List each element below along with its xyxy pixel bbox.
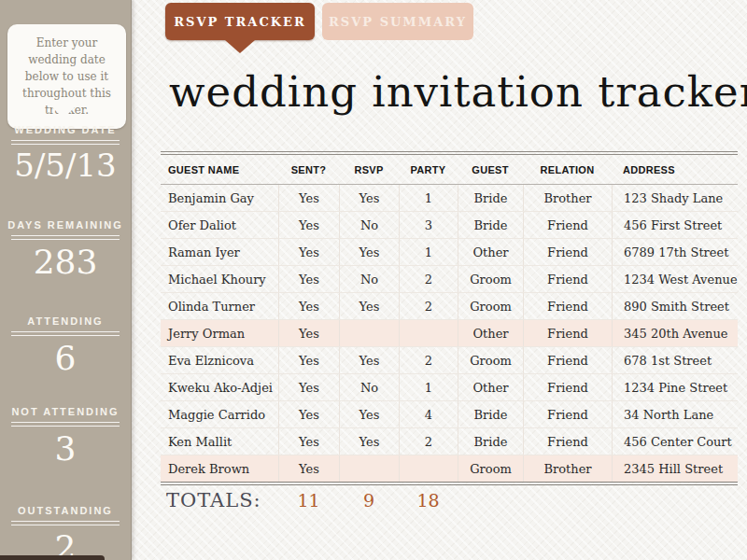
table-cell[interactable]: Yes [278, 293, 339, 319]
header-cell-guest-name: GUEST NAME [161, 155, 278, 184]
table-cell[interactable]: No [339, 212, 399, 238]
table-cell[interactable]: Brother [523, 185, 612, 211]
table-cell[interactable]: 345 20th Avenue [612, 320, 738, 346]
table-cell[interactable]: Yes [278, 239, 339, 265]
table-row: Derek BrownYesGroomBrother2345 Hill Stre… [161, 455, 738, 482]
table-cell[interactable]: Kweku Ako-Adjei [161, 374, 278, 400]
table-cell[interactable]: Friend [523, 239, 612, 265]
table-cell[interactable]: 456 Center Court [612, 428, 738, 455]
table-cell[interactable]: Friend [523, 212, 612, 238]
header-cell-guest: GUEST [458, 155, 523, 184]
table-cell[interactable]: Other [458, 239, 523, 265]
table-cell[interactable]: 2 [399, 293, 458, 319]
tab-rsvp-summary-label: RSVP SUMMARY [329, 15, 467, 29]
table-row: Maggie CarridoYesYes4BrideFriend34 North… [161, 401, 738, 428]
table-cell[interactable]: 1234 West Avenue [612, 266, 738, 292]
table-row: Raman IyerYesYes1OtherFriend6789 17th St… [161, 239, 738, 266]
stat-attending: ATTENDING 6 [0, 315, 131, 377]
tab-rsvp-tracker-label: RSVP TRACKER [174, 15, 306, 29]
table-cell[interactable]: 34 North Lane [612, 401, 738, 427]
table-cell[interactable]: Yes [339, 185, 399, 211]
table-cell[interactable]: 1 [399, 239, 458, 265]
table-cell[interactable]: 678 1st Street [612, 347, 738, 373]
table-cell[interactable]: 2345 Hill Street [612, 455, 738, 482]
totals-empty [612, 485, 738, 515]
table-cell[interactable]: 6789 17th Street [612, 239, 738, 265]
table-cell[interactable]: Yes [278, 428, 339, 455]
table-cell[interactable]: Yes [278, 347, 339, 373]
table-cell[interactable]: Friend [523, 347, 612, 373]
table-cell[interactable]: Yes [339, 347, 399, 373]
table-cell[interactable]: Other [458, 320, 523, 346]
table-cell[interactable] [339, 320, 399, 346]
table-cell[interactable]: Olinda Turner [161, 293, 278, 319]
table-cell[interactable]: Bride [458, 401, 523, 427]
table-cell[interactable]: Friend [523, 266, 612, 292]
table-cell[interactable]: Friend [523, 374, 612, 400]
table-cell[interactable]: Michael Khoury [161, 266, 278, 292]
divider [11, 331, 120, 336]
table-cell[interactable] [399, 455, 458, 482]
table-cell[interactable]: 3 [399, 212, 458, 238]
stat-outstanding: OUTSTANDING 2 [0, 505, 131, 560]
table-cell[interactable]: No [339, 374, 399, 400]
table-row: Benjamin GayYesYes1BrideBrother123 Shady… [161, 185, 738, 212]
table-cell[interactable]: Yes [339, 401, 399, 427]
table-cell[interactable]: Ken Mallit [161, 428, 278, 455]
table-cell[interactable]: 2 [399, 347, 458, 373]
table-cell[interactable]: Yes [278, 455, 339, 482]
table-cell[interactable]: Maggie Carrido [161, 401, 278, 427]
table-cell[interactable]: Benjamin Gay [161, 185, 278, 211]
stat-not-attending: NOT ATTENDING 3 [0, 406, 131, 468]
table-cell[interactable]: Eva Elznicova [161, 347, 278, 373]
table-cell[interactable]: Derek Brown [161, 455, 278, 482]
table-cell[interactable] [399, 320, 458, 346]
table-cell[interactable]: Jerry Orman [161, 320, 278, 346]
table-cell[interactable]: Bride [458, 428, 523, 455]
table-cell[interactable]: Yes [278, 185, 339, 211]
table-cell[interactable]: 1234 Pine Street [612, 374, 738, 400]
tab-rsvp-tracker[interactable]: RSVP TRACKER [165, 3, 315, 40]
table-cell[interactable]: 890 Smith Street [612, 293, 738, 319]
table-cell[interactable]: Friend [523, 401, 612, 427]
table-cell[interactable]: 123 Shady Lane [612, 185, 738, 211]
table-cell[interactable]: Groom [458, 293, 523, 319]
table-cell[interactable]: 4 [399, 401, 458, 427]
table-cell[interactable]: Ofer Daliot [161, 212, 278, 238]
table-cell[interactable]: Yes [339, 239, 399, 265]
table-cell[interactable]: Friend [523, 320, 612, 346]
table-cell[interactable]: Yes [278, 212, 339, 238]
total-rsvp: 9 [339, 485, 399, 515]
table-cell[interactable]: Yes [278, 320, 339, 346]
table-cell[interactable]: Yes [278, 374, 339, 400]
table-cell[interactable]: Other [458, 374, 523, 400]
wedding-date-value[interactable]: 5/5/13 [0, 148, 131, 183]
table-cell[interactable]: 1 [399, 185, 458, 211]
table-cell[interactable]: Groom [458, 266, 523, 292]
table-cell[interactable]: Raman Iyer [161, 239, 278, 265]
table-cell[interactable]: 2 [399, 428, 458, 455]
table-cell[interactable]: Bride [458, 212, 523, 238]
table-cell[interactable]: Yes [278, 401, 339, 427]
table-cell[interactable]: Bride [458, 185, 523, 211]
table-cell[interactable]: 456 First Street [612, 212, 738, 238]
tab-rsvp-summary[interactable]: RSVP SUMMARY [322, 3, 473, 40]
table-cell[interactable]: Yes [339, 428, 399, 455]
divider [11, 422, 120, 427]
table-cell[interactable]: Friend [523, 428, 612, 455]
table-cell[interactable]: No [339, 266, 399, 292]
header-cell-address: ADDRESS [612, 155, 738, 184]
header-cell-relation: RELATION [523, 155, 612, 184]
table-cell[interactable]: Brother [523, 455, 612, 482]
table-cell[interactable]: Groom [458, 455, 523, 482]
table-cell[interactable] [339, 455, 399, 482]
table-cell[interactable]: Yes [339, 293, 399, 319]
table-cell[interactable]: 2 [399, 266, 458, 292]
stat-label-not-attending: NOT ATTENDING [0, 406, 131, 417]
page-title: wedding invitation tracker [169, 67, 740, 117]
table-cell[interactable]: 1 [399, 374, 458, 400]
divider [11, 521, 120, 525]
table-cell[interactable]: Groom [458, 347, 523, 373]
table-cell[interactable]: Yes [278, 266, 339, 292]
table-cell[interactable]: Friend [523, 293, 612, 319]
